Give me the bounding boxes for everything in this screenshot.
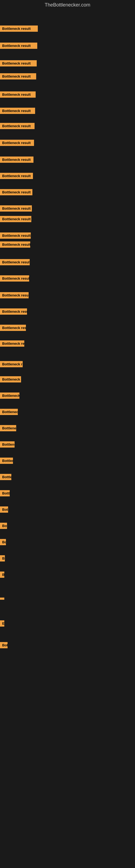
bottleneck-label: Bottleneck (0, 458, 13, 464)
bottleneck-label: Bottleneck result (0, 123, 35, 129)
bottleneck-label: Bottleneck result (0, 275, 29, 282)
bottleneck-item[interactable]: Bottleneck result (0, 361, 23, 368)
bottleneck-label: Bottlens (0, 523, 7, 529)
bottleneck-label: Bottleneck result (0, 241, 30, 248)
bottleneck-label: Bottleneck result (0, 376, 21, 382)
bottleneck-label: Bottleneck result (0, 140, 34, 146)
bottleneck-label: Bottleneck result (0, 26, 38, 32)
bottleneck-item[interactable]: Bottleneck (0, 539, 6, 546)
bottleneck-label: Bottleneck result (0, 108, 35, 114)
bottleneck-label: E (0, 620, 4, 627)
bottleneck-item[interactable]: Bottleneck result (0, 42, 37, 50)
bottleneck-item[interactable]: Bottleneck re (0, 409, 18, 416)
bottleneck-item[interactable]: Bottleneck result (0, 26, 38, 33)
bottleneck-item[interactable]: Bot (0, 555, 5, 563)
bottleneck-label: Bottleneck result (0, 425, 16, 431)
bottleneck-label (0, 597, 4, 600)
bottleneck-label: Bottleneck result (0, 60, 37, 66)
bottleneck-item[interactable]: Bottleneck result (0, 376, 21, 383)
bottleneck-item[interactable]: E (0, 620, 4, 628)
bottleneck-item[interactable]: Bottleneck (0, 490, 10, 497)
bottleneck-label: Bottleneck result (0, 156, 34, 163)
bottleneck-item[interactable]: Bottleneck result (0, 189, 32, 196)
bottleneck-label: Bottleneck result (0, 292, 29, 299)
bottleneck-label: Bottleneck re (0, 409, 18, 415)
bottleneck-item[interactable]: Bottleneck (0, 458, 13, 465)
bottleneck-label: Bottleneck result (0, 189, 32, 195)
bottleneck-label: Bottleneck result (0, 393, 19, 399)
bottleneck-item[interactable]: Bottleneck result (0, 91, 36, 99)
bottleneck-label: Bottleneck (0, 490, 10, 496)
bottleneck-label: Bottleneck r (0, 474, 11, 480)
bottleneck-label: Bottleneck result (0, 340, 24, 347)
bottleneck-item[interactable]: Bottleneck result (0, 241, 30, 249)
bottleneck-item[interactable]: Bottleneck result (0, 275, 29, 283)
bottleneck-label: Bottleneck res (0, 506, 8, 513)
bottleneck-item[interactable]: B (0, 571, 4, 579)
site-title: TheBottlenecker.com (0, 0, 135, 10)
bottleneck-item[interactable]: Bottleneck result (0, 156, 34, 164)
bottleneck-label: Bottleneck (0, 539, 6, 545)
bottleneck-label: Bottleneck r (0, 441, 14, 447)
bottleneck-item[interactable]: Bottleneck result (0, 123, 35, 130)
bottleneck-item[interactable]: Bottleneck result (0, 173, 33, 180)
bottleneck-item[interactable]: Bottleneck result (0, 232, 31, 240)
bottleneck-label: Bottleneck result (0, 42, 37, 49)
bottleneck-label: Bottleneck result (0, 232, 31, 239)
bottleneck-item[interactable]: Bottleneck result (0, 259, 30, 267)
bottleneck-item[interactable]: Bottleneck result (0, 325, 26, 332)
bottleneck-label: Bot (0, 555, 5, 561)
bottleneck-label: Bott (0, 642, 8, 648)
bottleneck-item[interactable]: Bottleneck result (0, 140, 34, 147)
bottleneck-label: Bottleneck result (0, 205, 32, 212)
bottleneck-label: Bottleneck result (0, 325, 26, 331)
bottleneck-label: B (0, 571, 4, 578)
bottleneck-item[interactable]: Bottleneck result (0, 108, 35, 115)
bottleneck-item[interactable]: Bottleneck result (0, 216, 31, 223)
bottleneck-item[interactable] (0, 596, 4, 601)
bottleneck-item[interactable]: Bottleneck result (0, 205, 32, 213)
bottleneck-item[interactable]: Bottleneck result (0, 73, 36, 81)
bottleneck-item[interactable]: Bottleneck result (0, 60, 37, 67)
bottleneck-label: Bottleneck result (0, 361, 23, 367)
bottleneck-item[interactable]: Bottleneck result (0, 425, 16, 432)
bottleneck-label: Bottleneck result (0, 173, 33, 179)
bottleneck-item[interactable]: Bottleneck result (0, 393, 19, 400)
bottleneck-item[interactable]: Bottlens (0, 523, 7, 530)
bottleneck-label: Bottleneck result (0, 216, 31, 222)
bottleneck-item[interactable]: Bottleneck r (0, 441, 14, 448)
bottleneck-item[interactable]: Bottleneck result (0, 340, 24, 348)
bottleneck-item[interactable]: Bottleneck r (0, 474, 11, 481)
bottleneck-item[interactable]: Bottleneck res (0, 506, 8, 514)
bottleneck-label: Bottleneck result (0, 91, 36, 98)
bottleneck-item[interactable]: Bottleneck result (0, 292, 29, 300)
bottleneck-label: Bottleneck result (0, 308, 27, 315)
bottleneck-label: Bottleneck result (0, 259, 30, 265)
bottleneck-label: Bottleneck result (0, 73, 36, 80)
bottleneck-item[interactable]: Bottleneck result (0, 308, 27, 316)
bottleneck-item[interactable]: Bott (0, 642, 8, 649)
